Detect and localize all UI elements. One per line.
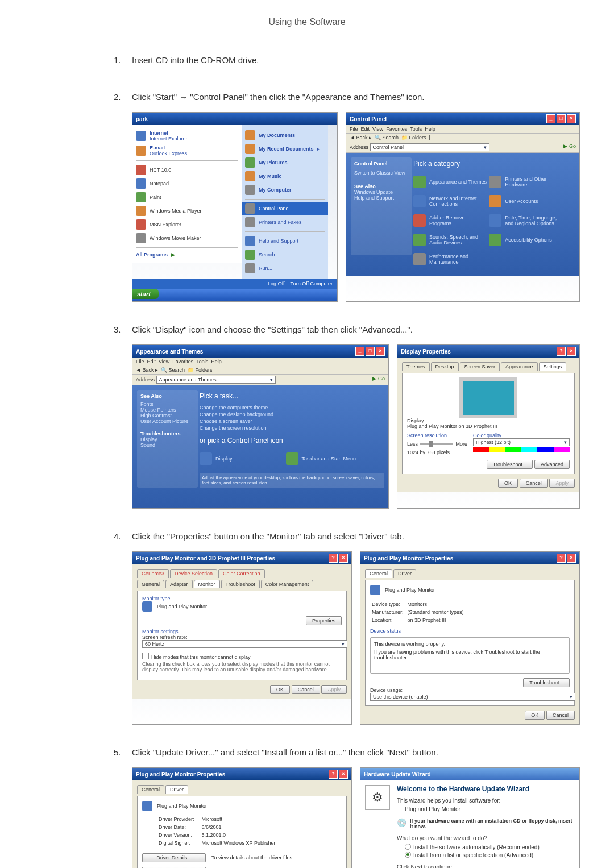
tab[interactable]: Themes (402, 362, 430, 371)
sidebar-item[interactable]: Sound (140, 442, 194, 448)
help-icon[interactable]: ? (329, 770, 338, 779)
cancel-button[interactable]: Cancel (520, 479, 548, 488)
troubleshoot-button[interactable]: Troubleshoot... (487, 460, 533, 469)
start-button[interactable]: start (132, 289, 159, 299)
help-icon[interactable]: ? (557, 347, 566, 356)
hide-modes-checkbox[interactable] (142, 653, 149, 659)
menu-item-label[interactable]: Internet (150, 130, 168, 136)
sidebar-item[interactable]: User Account Picture (140, 418, 194, 424)
menu-item-label[interactable]: Help and Support (259, 238, 298, 244)
sidebar-item[interactable]: Display (140, 437, 194, 442)
category[interactable]: Date, Time, Language, and Regional Optio… (505, 215, 563, 226)
ok-button[interactable]: OK (498, 479, 518, 488)
minimize-icon[interactable]: _ (355, 347, 364, 356)
close-icon[interactable]: × (339, 554, 348, 563)
category[interactable]: User Accounts (505, 198, 538, 204)
radio-list[interactable] (405, 852, 411, 858)
close-icon[interactable]: × (567, 554, 576, 563)
help-icon[interactable]: ? (557, 554, 566, 563)
sidebar-item[interactable]: Switch to Classic View (354, 170, 408, 176)
close-icon[interactable]: × (567, 114, 576, 123)
cancel-button[interactable]: Cancel (292, 685, 320, 694)
tab-general[interactable]: General (365, 569, 392, 578)
driver-details-button[interactable]: Driver Details... (142, 853, 206, 862)
menu-item-label[interactable]: My Recent Documents (259, 146, 314, 152)
properties-button[interactable]: Properties (306, 616, 342, 625)
turnoff-button[interactable]: Turn Off Computer (290, 281, 333, 286)
tab[interactable]: Adapter (165, 580, 193, 588)
tab-driver[interactable]: Driver (165, 785, 188, 794)
task-link[interactable]: Choose a screen saver (200, 418, 384, 424)
troubleshoot-button[interactable]: Troubleshoot... (523, 678, 570, 687)
task-link[interactable]: Change the desktop background (200, 412, 384, 417)
tab-driver[interactable]: Driver (393, 569, 416, 578)
menu-item-label[interactable]: Paint (150, 194, 161, 200)
close-icon[interactable]: × (339, 770, 348, 779)
maximize-icon[interactable]: □ (557, 114, 566, 123)
menu-item-label[interactable]: Printers and Faxes (259, 219, 302, 225)
address-value[interactable]: Appearance and Themes (159, 377, 217, 383)
menu-item-label[interactable]: Run... (259, 265, 272, 271)
refresh-rate-select[interactable]: 60 Hertz▾ (142, 640, 347, 648)
sidebar-item[interactable]: High Contrast (140, 413, 194, 418)
category[interactable]: Sounds, Speech, and Audio Devices (429, 234, 488, 246)
tab[interactable]: Color Management (261, 580, 314, 588)
sidebar-item[interactable]: Windows Update (354, 189, 408, 195)
menu-item-label[interactable]: HCT 10.0 (150, 167, 171, 173)
sidebar-item[interactable]: Mouse Pointers (140, 407, 194, 413)
minimize-icon[interactable]: _ (546, 114, 555, 123)
category[interactable]: Add or Remove Programs (429, 215, 488, 226)
category[interactable]: Performance and Maintenance (429, 254, 488, 265)
advanced-button[interactable]: Advanced (534, 460, 570, 469)
tab-general[interactable]: General (137, 785, 164, 794)
device-usage-select[interactable]: Use this device (enable)▾ (370, 693, 575, 701)
ok-button[interactable]: OK (270, 685, 290, 694)
tab[interactable]: Device Selection (170, 569, 217, 578)
cp-icon[interactable]: Taskbar and Start Menu (302, 456, 356, 462)
menu-item-label[interactable]: My Computer (259, 187, 292, 193)
menu-item-label[interactable]: Windows Media Player (150, 208, 202, 214)
tab[interactable]: Desktop (431, 362, 459, 371)
menu-item-label[interactable]: My Documents (259, 132, 295, 138)
menu-item-label[interactable]: My Pictures (259, 160, 288, 165)
ok-button[interactable]: OK (525, 711, 545, 720)
category-appearance[interactable]: Appearance and Themes (429, 179, 487, 185)
sidebar-item[interactable]: Help and Support (354, 195, 408, 201)
tab[interactable]: General (137, 580, 164, 588)
menu-item-label[interactable]: MSN Explorer (150, 222, 181, 227)
color-quality-select[interactable]: Highest (32 bit)▾ (473, 438, 570, 446)
tab[interactable]: Appearance (501, 362, 538, 371)
category[interactable]: Accessibility Options (505, 237, 552, 243)
radio-auto[interactable] (405, 844, 411, 850)
apply-button[interactable]: Apply (321, 685, 347, 694)
help-icon[interactable]: ? (329, 554, 338, 563)
logoff-button[interactable]: Log Off (268, 281, 284, 286)
menu-item-label[interactable]: Notepad (150, 181, 169, 186)
tab-settings[interactable]: Settings (539, 362, 567, 371)
tab[interactable]: GeForce3 (137, 569, 169, 578)
apply-button[interactable]: Apply (549, 479, 575, 488)
menu-item-label[interactable]: Search (259, 252, 275, 258)
menu-item-label[interactable]: E-mail (150, 145, 165, 151)
all-programs[interactable]: All Programs (136, 252, 168, 258)
category[interactable]: Printers and Other Hardware (505, 176, 563, 188)
menu-item-label[interactable]: My Music (259, 173, 282, 179)
menu-item-label[interactable]: Windows Movie Maker (150, 235, 201, 241)
menu-item-control-panel[interactable]: Control Panel (259, 206, 290, 211)
task-link[interactable]: Change the screen resolution (200, 425, 384, 431)
close-icon[interactable]: × (376, 347, 385, 356)
cancel-button[interactable]: Cancel (546, 711, 575, 720)
radio-label: Install the software automatically (Reco… (413, 844, 540, 850)
tab-monitor[interactable]: Monitor (194, 580, 220, 588)
task-link[interactable]: Change the computer's theme (200, 405, 384, 410)
resolution-slider[interactable] (420, 443, 453, 445)
monitor-type-value: Plug and Play Monitor (157, 604, 207, 609)
category[interactable]: Network and Internet Connections (429, 196, 488, 207)
tab[interactable]: Color Correction (218, 569, 265, 578)
maximize-icon[interactable]: □ (366, 347, 375, 356)
cp-icon-display[interactable]: Display (215, 456, 233, 462)
sidebar-item[interactable]: Fonts (140, 401, 194, 407)
tab[interactable]: Screen Saver (460, 362, 500, 371)
close-icon[interactable]: × (567, 347, 576, 356)
tab[interactable]: Troubleshoot (221, 580, 260, 588)
